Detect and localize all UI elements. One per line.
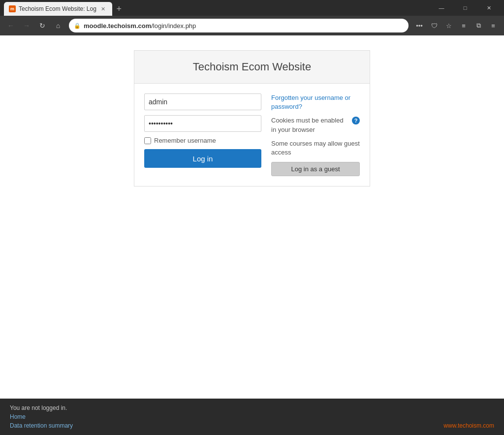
forward-button[interactable]: →	[20, 19, 33, 32]
window-controls: — □ ✕	[430, 0, 500, 16]
login-right-section: Forgotten your username or password? Coo…	[271, 93, 360, 176]
nav-extras: ••• 🛡 ☆ ≡ ⧉ ≡	[412, 19, 500, 32]
login-card: Techoism Ecom Website Remember username …	[134, 50, 370, 186]
help-icon[interactable]: ?	[352, 117, 360, 124]
footer-bottom-row: Data retention summary www.techoism.com	[10, 422, 494, 429]
login-card-header: Techoism Ecom Website	[134, 51, 370, 84]
login-card-body: Remember username Log in Forgotten your …	[134, 84, 370, 186]
remember-username-checkbox[interactable]	[144, 137, 151, 144]
titlebar: m Techoism Ecom Website: Log ✕ + — □ ✕	[0, 0, 504, 16]
tab-close-button[interactable]: ✕	[99, 5, 107, 13]
address-path: /login/index.php	[151, 22, 196, 30]
username-input[interactable]	[144, 93, 261, 110]
forgot-password-link[interactable]: Forgotten your username or password?	[271, 93, 360, 111]
remember-row: Remember username	[144, 137, 261, 144]
address-text: moodle.techoism.com/login/index.php	[84, 22, 404, 30]
remember-username-label[interactable]: Remember username	[154, 137, 216, 144]
tab-bar: m Techoism Ecom Website: Log ✕ +	[4, 0, 126, 16]
page-title: Techoism Ecom Website	[144, 61, 360, 73]
new-tab-button[interactable]: +	[112, 2, 126, 16]
more-button[interactable]: •••	[412, 19, 426, 32]
maximize-button[interactable]: □	[454, 0, 476, 16]
footer-home-link[interactable]: Home	[10, 413, 494, 420]
login-form-section: Remember username Log in	[144, 93, 261, 176]
password-input[interactable]	[144, 115, 261, 132]
login-button[interactable]: Log in	[144, 149, 261, 168]
address-domain: moodle.techoism.com	[84, 22, 151, 30]
page-content: Techoism Ecom Website Remember username …	[0, 35, 504, 399]
tab-title: Techoism Ecom Website: Log	[19, 5, 96, 12]
brand-text: www.techoism.com	[443, 422, 494, 429]
home-button[interactable]: ⌂	[51, 19, 65, 32]
address-bar[interactable]: 🔒 moodle.techoism.com/login/index.php	[69, 19, 409, 32]
minimize-button[interactable]: —	[430, 0, 453, 16]
menu-icon[interactable]: ≡	[486, 19, 500, 32]
reader-view-icon[interactable]: ≡	[457, 19, 471, 32]
navigation-bar: ← → ↻ ⌂ 🔒 moodle.techoism.com/login/inde…	[0, 16, 504, 35]
close-window-button[interactable]: ✕	[477, 0, 500, 16]
tabs-icon[interactable]: ⧉	[472, 19, 485, 32]
security-lock-icon: 🔒	[74, 23, 81, 29]
bookmark-icon[interactable]: ☆	[442, 19, 456, 32]
tab-favicon: m	[9, 5, 16, 12]
not-logged-in-text: You are not logged in.	[10, 404, 494, 411]
page-footer: You are not logged in. Home Data retenti…	[0, 399, 504, 435]
cookies-notice: Cookies must be enabled in your browser …	[271, 116, 360, 134]
reload-button[interactable]: ↻	[35, 19, 49, 32]
back-button[interactable]: ←	[4, 19, 18, 32]
guest-login-button[interactable]: Log in as a guest	[271, 162, 360, 176]
active-tab[interactable]: m Techoism Ecom Website: Log ✕	[4, 2, 112, 16]
guest-courses-text: Some courses may allow guest access	[271, 139, 360, 157]
shield-icon[interactable]: 🛡	[427, 19, 441, 32]
data-retention-link[interactable]: Data retention summary	[10, 422, 73, 429]
